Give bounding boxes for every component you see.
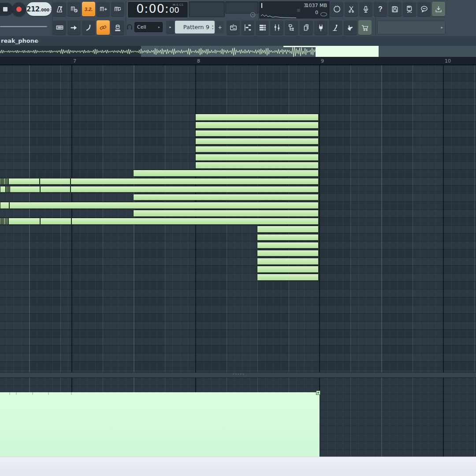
record-button[interactable] <box>12 2 26 16</box>
pattern-step-button[interactable] <box>67 20 81 35</box>
midi-note[interactable] <box>40 218 71 225</box>
stamp-icon <box>114 24 122 32</box>
midi-note[interactable] <box>195 138 319 145</box>
marker-panel[interactable] <box>189 1 225 17</box>
pressure-tool-button[interactable] <box>111 20 124 35</box>
velocity-tick <box>71 392 72 395</box>
timeline-ruler[interactable]: 78910 <box>0 57 476 65</box>
mixer-button[interactable] <box>270 20 283 35</box>
plugin-picker-button[interactable] <box>300 20 313 35</box>
pattern-menu-button[interactable]: ▸ <box>166 20 175 33</box>
help-button[interactable]: ? <box>374 2 387 16</box>
browser-button[interactable] <box>285 20 298 35</box>
wait-for-input-button[interactable] <box>67 2 81 16</box>
midi-note[interactable] <box>257 250 319 257</box>
meter-mark <box>297 9 300 12</box>
midi-note[interactable] <box>257 274 319 281</box>
cpu-memory-panel: 3 1037 MB 0 <box>259 1 329 19</box>
comments-button[interactable] <box>417 2 431 16</box>
tool-options-dropdown[interactable]: ▸ <box>377 21 446 34</box>
channel-rack-button[interactable] <box>256 20 269 35</box>
midi-note[interactable] <box>71 218 319 225</box>
ruler-bar-number: 7 <box>73 58 76 64</box>
midi-note[interactable] <box>257 258 319 265</box>
plus-label: + <box>218 24 222 31</box>
add-pattern-button[interactable]: + <box>216 21 224 33</box>
midi-note[interactable] <box>71 178 319 185</box>
export-button[interactable] <box>432 2 445 16</box>
preview-selection-block[interactable] <box>316 46 379 57</box>
piano-roll-header[interactable]: reak_phone ▸ <box>0 36 476 46</box>
mixer-icon <box>273 23 281 32</box>
piano-roll-preview-strip[interactable] <box>0 46 476 57</box>
midi-note[interactable] <box>133 194 319 201</box>
midi-note[interactable] <box>257 226 319 233</box>
link-button[interactable] <box>97 20 110 35</box>
cut-button[interactable] <box>345 2 358 16</box>
save-new-version-button[interactable] <box>403 2 416 16</box>
pattern-stepper[interactable]: ▴▾ <box>212 24 213 30</box>
playlist-button[interactable] <box>227 20 240 35</box>
time-unit-label: M:S:CS <box>173 3 183 6</box>
midi-note[interactable] <box>257 242 319 249</box>
step-edit-button[interactable] <box>53 20 66 35</box>
stop-button[interactable] <box>0 3 13 16</box>
master-pitch-slider[interactable] <box>0 26 47 27</box>
step-grid-icon <box>56 23 64 32</box>
countdown-button[interactable]: 3.2. <box>82 2 95 16</box>
chain-link-icon <box>99 24 107 32</box>
midi-note[interactable] <box>9 202 319 209</box>
pattern-selector[interactable]: Pattern 9 ▴▾ <box>175 21 215 33</box>
velocity-tick <box>9 392 10 395</box>
tempo-value: 212 <box>26 5 40 13</box>
velocity-handle[interactable] <box>316 390 320 395</box>
arrow-right-icon <box>70 24 78 32</box>
midi-note[interactable] <box>0 186 6 193</box>
velocity-block[interactable] <box>0 392 320 457</box>
chevron-right-icon: ▸ <box>169 25 171 29</box>
midi-note[interactable] <box>133 210 319 217</box>
plugin-button[interactable] <box>314 20 327 35</box>
cpu-meter-bar <box>261 3 262 8</box>
time-display[interactable]: 0:00: 00 M:S:CS <box>127 1 188 18</box>
midi-note[interactable] <box>133 170 319 177</box>
touch-mode-button[interactable] <box>344 20 357 35</box>
midi-note[interactable] <box>8 218 40 225</box>
midi-note[interactable] <box>0 202 9 209</box>
midi-note[interactable] <box>195 154 319 161</box>
midi-note[interactable] <box>195 114 319 121</box>
time-mode-clock-icon[interactable] <box>250 12 256 18</box>
midi-note[interactable] <box>71 186 319 193</box>
slide-notes-button[interactable] <box>82 20 95 35</box>
midi-note[interactable] <box>195 122 319 129</box>
headphones-icon[interactable] <box>126 23 133 30</box>
record-audio-button[interactable] <box>359 2 372 16</box>
midi-note[interactable] <box>40 178 71 185</box>
piano-roll-grid[interactable] <box>0 65 476 372</box>
touch-keyboard-button[interactable] <box>329 20 342 35</box>
midi-note[interactable] <box>40 186 71 193</box>
tempo-stepper[interactable]: ▴▾ <box>50 7 52 11</box>
piano-roll-title: reak_phone <box>1 37 38 44</box>
midi-note[interactable] <box>10 186 40 193</box>
midi-note[interactable] <box>195 146 319 153</box>
midi-note[interactable] <box>8 178 40 185</box>
tempo-display[interactable]: 212.000 ▴▾ <box>26 2 52 16</box>
midi-note[interactable] <box>195 162 319 169</box>
polyphony-value: 0 <box>315 10 318 15</box>
slide-icon <box>85 24 93 32</box>
midi-note[interactable] <box>257 234 319 241</box>
midi-note[interactable] <box>195 130 319 137</box>
overdub-button[interactable] <box>97 2 110 16</box>
save-button[interactable] <box>388 2 402 16</box>
pane-splitter[interactable]: ····· <box>0 372 476 378</box>
shop-button[interactable] <box>358 20 372 35</box>
undo-button[interactable] <box>330 2 343 16</box>
channel-selector[interactable]: Cell ▸ <box>134 22 163 32</box>
midi-note[interactable] <box>257 266 319 273</box>
piano-roll-button[interactable] <box>241 20 254 35</box>
pages-icon <box>302 24 310 32</box>
velocity-pane[interactable] <box>0 378 476 457</box>
loop-record-button[interactable] <box>111 2 124 16</box>
metronome-button[interactable] <box>53 2 66 16</box>
